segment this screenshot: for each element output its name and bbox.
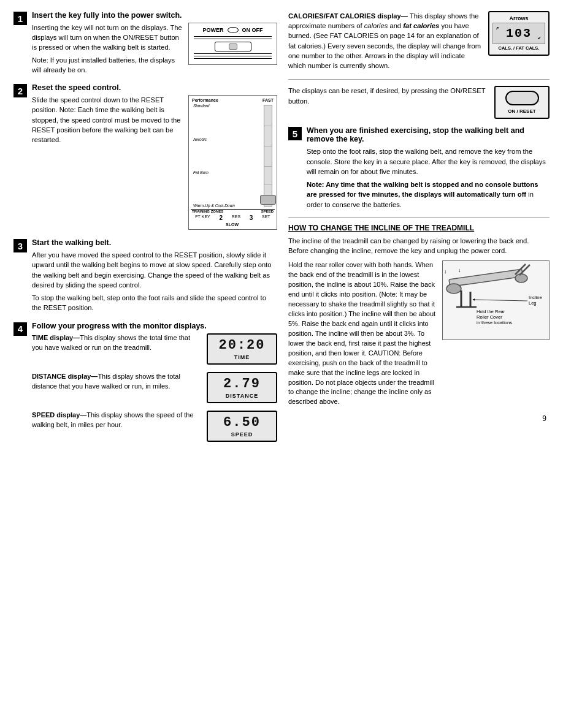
step-3-number: 3 <box>13 239 27 252</box>
step-5-body-2: Note: Any time that the walking belt is … <box>307 180 550 210</box>
arrow-down-right: ↙ <box>538 34 542 42</box>
speed-display-label: SPEED display— <box>32 411 86 419</box>
how-to-intro: The incline of the treadmill can be chan… <box>288 236 550 256</box>
step-3-body-1: After you have moved the speed control t… <box>32 250 277 290</box>
step-5-body-1: Step onto the foot rails, stop the walki… <box>307 146 550 176</box>
step-2-body: Slide the speed control down to the RESE… <box>32 95 182 145</box>
speed-slider-handle <box>260 195 276 205</box>
arrows-label: Arrows <box>492 15 545 23</box>
incline-leg-label: Incline <box>529 295 542 300</box>
divider-1 <box>288 79 550 80</box>
step-5: 5 When you are finished exercising, stop… <box>288 126 550 209</box>
sc-3-set: 3 <box>250 214 253 221</box>
calories-title: CALORIES/FAT CALORIES display— <box>288 12 408 20</box>
cal-digits: ↗ 103 ↙ <box>492 23 545 44</box>
sc-header: Performance FAST <box>191 98 275 102</box>
zone-line-4 <box>264 184 272 184</box>
onreset-label: ON / RESET <box>500 108 543 114</box>
zone-aerobic: Aerobic <box>193 137 261 142</box>
speed-monitor-row: SPEED display—This display shows the spe… <box>32 411 277 442</box>
sc-bottom-nums: FT KEY 2 RES 3 SET <box>191 213 275 222</box>
distance-display: 2.79 DISTANCE <box>207 372 277 403</box>
step-4-content: Follow your progress with the monitor di… <box>32 322 277 449</box>
page-number: 9 <box>288 414 550 423</box>
distance-label: DISTANCE <box>212 393 272 399</box>
divider-2 <box>288 217 550 218</box>
step-5-note: Note: Any time that the walking belt is … <box>307 181 538 198</box>
step-2-text: Slide the speed control down to the RESE… <box>32 95 182 145</box>
ps-line2 <box>194 39 272 39</box>
power-switch-illustration: POWER ON OFF <box>188 23 277 65</box>
zone-fatburn: Fat Burn <box>193 170 261 175</box>
power-label: POWER <box>202 27 223 33</box>
onreset-section: The displays can be reset, if desired, b… <box>288 86 550 119</box>
fat-calories-italic: fat calories <box>403 22 439 29</box>
onoff-label: ON OFF <box>242 27 263 33</box>
step-4-number: 4 <box>13 322 27 336</box>
svg-point-1 <box>446 284 461 294</box>
speed-control-illustration: Performance FAST Standard Aerobic Fat Bu… <box>188 95 277 230</box>
ps-line5 <box>194 58 272 59</box>
step-4: 4 Follow your progress with the monitor … <box>13 322 277 449</box>
time-display-label: TIME display— <box>32 334 80 341</box>
time-label: TIME <box>212 354 272 360</box>
hold-rear-label: Hold the Rear <box>477 309 505 314</box>
speed-digits: 6.50 <box>212 415 272 430</box>
sc-bottom: TRAINING ZONES SPEED <box>191 209 275 213</box>
step-5-content: When you are finished exercising, stop t… <box>307 126 550 209</box>
step-1: 1 Insert the key fully into the power sw… <box>13 11 277 75</box>
time-display-box: 20:20 TIME <box>207 333 277 365</box>
time-monitor-row: TIME display—This display shows the tota… <box>32 333 277 365</box>
distance-monitor-row: DISTANCE display—This display shows the … <box>32 372 277 403</box>
step-2: 2 Reset the speed control. Slide the spe… <box>13 83 277 230</box>
step-3: 3 Start the walking belt. After you have… <box>13 238 277 313</box>
zone-line-1 <box>264 126 272 126</box>
speed-slider-track <box>264 105 272 207</box>
how-to-section: HOW TO CHANGE THE INCLINE OF THE TREADMI… <box>288 224 550 408</box>
incline-leg-label2: Leg <box>529 300 537 306</box>
step-2-title: Reset the speed control. <box>32 83 277 92</box>
distance-monitor-text: DISTANCE display—This display shows the … <box>32 372 201 392</box>
distance-digits: 2.79 <box>212 376 272 392</box>
speed-label-display: SPEED <box>212 431 272 438</box>
incline-left: Hold the rear roller cover with both han… <box>288 260 436 407</box>
zone-line-2 <box>264 146 272 146</box>
svg-line-10 <box>473 300 527 301</box>
step-5-number: 5 <box>288 127 302 140</box>
zone-labels: Standard Aerobic Fat Burn Warm-Up & Cool… <box>193 104 261 208</box>
step-3-body-2: To stop the walking belt, step onto the … <box>32 293 277 313</box>
step-3-content: Start the walking belt. After you have m… <box>32 238 277 313</box>
calories-section: Arrows ↗ 103 ↙ CALS. / FAT CALS. CALORIE… <box>288 11 550 70</box>
time-digits: 20:20 <box>212 338 272 353</box>
speed-monitor-text: SPEED display—This display shows the spe… <box>32 411 201 430</box>
fast-label: FAST <box>262 98 274 102</box>
ps-slider-row <box>194 42 272 51</box>
sc-res-label: RES <box>232 214 240 221</box>
incline-text: Hold the rear roller cover with both han… <box>288 260 436 407</box>
roller-cover-label: Roller Cover <box>477 314 502 320</box>
cal-number: 103 <box>506 26 532 40</box>
calories-body: This display shows the approximate numbe… <box>288 12 481 69</box>
calories-italic: calories <box>364 22 388 29</box>
distance-display-label: DISTANCE display— <box>32 373 98 380</box>
speed-display-box: 6.50 SPEED <box>207 411 277 442</box>
ps-line4 <box>194 56 272 56</box>
power-oval <box>228 27 239 33</box>
how-to-title: HOW TO CHANGE THE INCLINE OF THE TREADMI… <box>288 224 550 232</box>
step-4-title: Follow your progress with the monitor di… <box>32 322 277 330</box>
in-locations-label: in these locations <box>477 320 512 325</box>
speed-display: 6.50 SPEED <box>207 411 277 442</box>
calories-display-box: Arrows ↗ 103 ↙ CALS. / FAT CALS. <box>488 11 550 56</box>
step-2-content: Reset the speed control. Slide the speed… <box>32 83 277 230</box>
step-1-body-1: Inserting the key will not turn on the d… <box>32 23 182 53</box>
svg-point-2 <box>515 274 527 282</box>
incline-row: Hold the rear roller cover with both han… <box>288 260 550 407</box>
distance-display-box: 2.79 DISTANCE <box>207 372 277 403</box>
step-1-title: Insert the key fully into the power swit… <box>32 11 277 20</box>
sc-ft-key: FT KEY <box>195 214 210 221</box>
incline-illustration: ↓ ↓ Hold the Rear Roller Cover in these … <box>442 260 550 340</box>
sc-set-label: SET <box>262 214 270 221</box>
sc-2-res: 2 <box>219 214 223 221</box>
ps-line1 <box>194 36 272 37</box>
step-2-number: 2 <box>13 84 27 97</box>
